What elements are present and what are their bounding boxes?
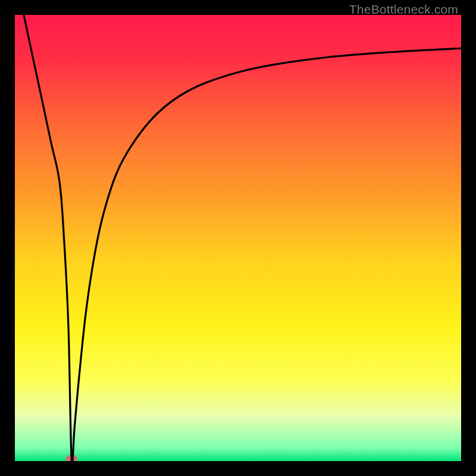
chart-svg [15,15,461,461]
watermark-text: TheBottleneck.com [349,2,458,17]
chart-background [15,15,461,461]
chart-frame [15,15,461,461]
